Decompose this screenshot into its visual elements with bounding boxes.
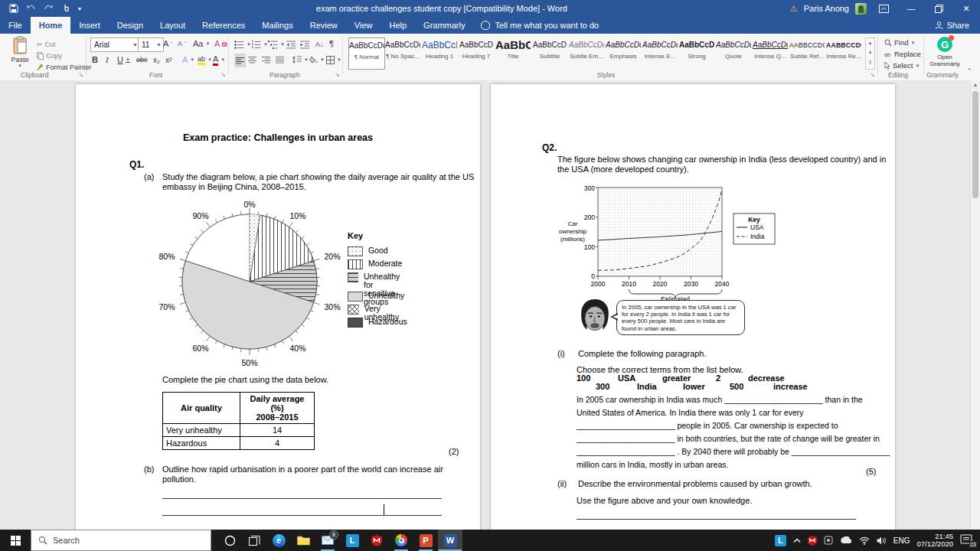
cortana-button[interactable] — [217, 530, 242, 551]
save-icon[interactable] — [9, 4, 18, 13]
clear-formatting-button[interactable]: A — [214, 37, 227, 50]
clipboard-dialog-launcher[interactable]: ↘ — [78, 71, 83, 78]
share-button[interactable]: Share — [935, 17, 980, 34]
tab-review[interactable]: Review — [302, 17, 346, 34]
shading-button[interactable]: ▼ — [309, 54, 325, 66]
style-normal[interactable]: AaBbCcDc¶ Normal — [348, 37, 385, 70]
style-title[interactable]: AaBbCTitle — [495, 37, 531, 68]
copy-button[interactable]: Copy — [37, 50, 62, 62]
shrink-font-button[interactable]: Aˇ — [178, 37, 186, 50]
tab-layout[interactable]: Layout — [152, 17, 194, 34]
chrome-button[interactable] — [389, 530, 413, 551]
open-grammarly-button[interactable]: G Open Grammarly — [928, 37, 962, 67]
language-indicator[interactable]: ENG — [893, 536, 910, 545]
account-name[interactable]: Paris Anong — [804, 4, 849, 13]
tab-grammarly[interactable]: Grammarly — [415, 17, 473, 34]
restore-button[interactable] — [928, 0, 949, 17]
volume-icon[interactable] — [877, 536, 887, 545]
cut-button[interactable]: ✂Cut — [37, 38, 56, 51]
word-button[interactable]: W — [438, 530, 462, 551]
increase-indent-button[interactable] — [300, 38, 309, 51]
paste-button[interactable]: Paste ▼ — [5, 36, 35, 68]
text-highlight-button[interactable]: ab▼ — [198, 54, 212, 66]
font-name-combobox[interactable]: Arial▼ — [90, 37, 140, 52]
style-heading-1[interactable]: AaBbCcIHeading 1 — [422, 37, 457, 68]
text-effects-button[interactable]: A▼ — [182, 54, 194, 66]
style-intense-quote[interactable]: AaBbCcDcIntense Q... — [753, 37, 788, 68]
bullets-button[interactable]: ▼ — [234, 38, 251, 51]
close-button[interactable]: ✕ — [956, 0, 977, 17]
mail-button[interactable]: 8 — [315, 530, 340, 551]
page-2[interactable]: Q2. The figure below shows changing car … — [491, 84, 895, 530]
tell-me-box[interactable]: Tell me what you want to do — [473, 17, 606, 34]
style-no-spacing[interactable]: AaBbCcDc¶ No Spac... — [385, 37, 420, 68]
numbering-button[interactable]: ▼ — [251, 38, 268, 51]
alert-icon[interactable]: ⚠ — [790, 4, 798, 14]
strikethrough-button[interactable]: abc — [136, 54, 148, 66]
collapse-ribbon-icon[interactable]: ⌃ — [966, 67, 972, 75]
multilevel-list-button[interactable]: ▼ — [268, 38, 285, 51]
action-center-button[interactable]: 23 — [960, 534, 974, 546]
wifi-icon[interactable] — [859, 536, 870, 545]
scroll-up-icon[interactable]: ▲ — [971, 82, 980, 87]
tray-expand-icon[interactable] — [793, 538, 801, 543]
tray-mcafee-icon[interactable] — [808, 536, 817, 546]
tab-home[interactable]: Home — [31, 17, 71, 34]
style-heading-7[interactable]: AaBbCcDHeading 7 — [459, 37, 494, 68]
borders-button[interactable]: ▼ — [326, 54, 341, 66]
style-quote[interactable]: AaBbCcDcQuote — [716, 37, 751, 68]
style-strong[interactable]: AaBbCcDcStrong — [679, 37, 714, 68]
show-hide-marks-button[interactable]: ¶ — [329, 37, 334, 50]
tab-help[interactable]: Help — [381, 17, 415, 34]
powerpoint-button[interactable]: P — [413, 530, 438, 551]
vertical-scrollbar[interactable]: ▲ — [970, 80, 980, 530]
bold-button[interactable]: B — [92, 54, 98, 66]
align-left-button[interactable] — [234, 54, 246, 67]
start-button[interactable] — [0, 530, 31, 551]
minimize-button[interactable]: — — [900, 0, 922, 17]
tab-file[interactable]: File — [0, 17, 31, 34]
style-intense-emphasis[interactable]: AaBbCcDcIntense E... — [642, 37, 678, 68]
tab-view[interactable]: View — [346, 17, 381, 34]
undo-icon[interactable] — [26, 5, 36, 13]
change-case-button[interactable]: Aa▼ — [193, 37, 210, 50]
find-button[interactable]: Find▼ — [884, 38, 915, 47]
underline-button[interactable]: U▼ — [117, 54, 130, 66]
scrollbar-thumb[interactable] — [972, 91, 978, 198]
select-button[interactable]: Select▼ — [884, 61, 920, 70]
tray-app-icon[interactable] — [824, 536, 833, 545]
onedrive-icon[interactable] — [840, 536, 852, 544]
edge-button[interactable]: e — [266, 530, 291, 551]
sort-button[interactable]: A↓ — [315, 38, 324, 51]
qat-customize-icon[interactable]: ▾ — [78, 5, 81, 12]
style-subtle-reference[interactable]: AABBCCDCSubtle Ref... — [789, 37, 825, 68]
replace-button[interactable]: abReplace — [884, 50, 921, 58]
style-subtle-emphasis[interactable]: AaBbCcDcSubtle Em... — [569, 37, 604, 68]
tab-references[interactable]: References — [194, 17, 253, 34]
mcafee-button[interactable] — [364, 530, 389, 551]
superscript-button[interactable]: x² — [165, 54, 172, 66]
ribbon-display-options-icon[interactable] — [873, 0, 894, 17]
style-emphasis[interactable]: AaBbCcDcEmphasis — [606, 37, 641, 68]
page-1[interactable]: Exam practice: Challenges in urban areas… — [76, 84, 480, 530]
tab-design[interactable]: Design — [109, 17, 152, 34]
search-input[interactable]: Search — [31, 530, 211, 551]
redo-icon[interactable] — [44, 5, 54, 13]
styles-gallery-scroll[interactable]: ▲▼⊽ — [865, 37, 875, 70]
style-subtitle[interactable]: AaBbCcDSubtitle — [532, 37, 567, 68]
grow-font-button[interactable]: Aˆ — [163, 37, 172, 50]
tab-mailings[interactable]: Mailings — [253, 17, 301, 34]
style-intense-reference[interactable]: AABBCCDCIntense Re... — [826, 37, 861, 68]
paragraph-dialog-launcher[interactable]: ↘ — [335, 71, 340, 78]
decrease-indent-button[interactable] — [286, 38, 296, 51]
tab-insert[interactable]: Insert — [70, 17, 109, 34]
line-spacing-button[interactable]: ▼ — [292, 54, 309, 66]
l-app-button[interactable]: L — [340, 530, 364, 551]
task-view-button[interactable] — [242, 530, 266, 551]
avatar[interactable] — [855, 3, 867, 15]
italic-button[interactable]: I — [106, 54, 109, 66]
file-explorer-button[interactable] — [291, 530, 315, 551]
align-center-button[interactable] — [248, 54, 256, 66]
font-dialog-launcher[interactable]: ↘ — [220, 71, 226, 78]
styles-dialog-launcher[interactable]: ↘ — [870, 71, 875, 78]
